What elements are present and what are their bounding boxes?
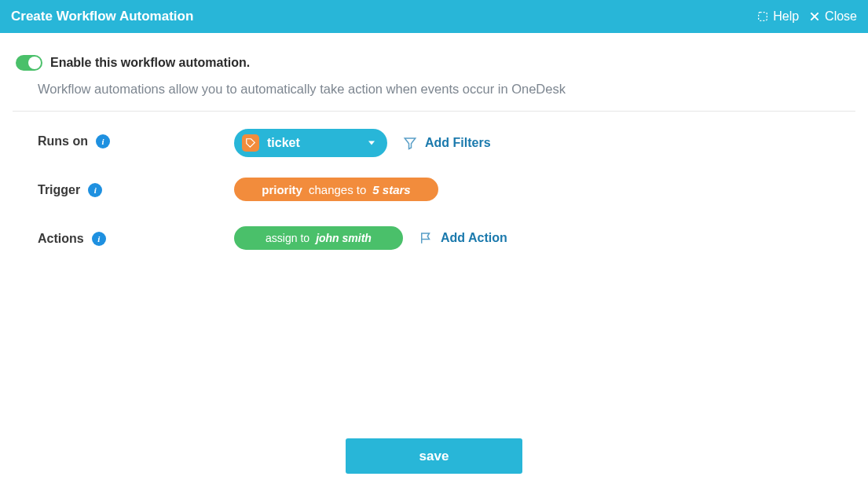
trigger-value: 5 stars xyxy=(372,183,410,196)
save-button[interactable]: save xyxy=(346,438,522,474)
trigger-label: Trigger xyxy=(38,183,80,197)
close-label: Close xyxy=(825,9,857,24)
info-icon[interactable]: i xyxy=(88,183,102,197)
runs-on-label: Runs on xyxy=(38,134,88,148)
action-value: john smith xyxy=(316,232,372,244)
actions-label: Actions xyxy=(38,232,84,246)
ticket-icon xyxy=(242,134,259,152)
enable-row: Enable this workflow automation. xyxy=(13,55,855,71)
actions-row: Actions i assign to john smith Add Actio… xyxy=(13,226,855,258)
enable-label: Enable this workflow automation. xyxy=(50,56,250,70)
add-action-label: Add Action xyxy=(441,231,507,245)
runs-on-label-group: Runs on i xyxy=(38,129,234,148)
help-button[interactable]: Help xyxy=(756,9,799,24)
help-icon xyxy=(756,10,769,23)
enable-toggle[interactable] xyxy=(16,55,42,71)
trigger-pill[interactable]: priority changes to 5 stars xyxy=(234,178,438,201)
chevron-down-icon xyxy=(367,137,376,150)
flag-icon xyxy=(419,231,433,245)
footer: save xyxy=(0,438,868,474)
trigger-field: priority xyxy=(262,183,302,196)
header-actions: Help Close xyxy=(756,9,857,24)
dialog-header: Create Workflow Automation Help Close xyxy=(0,0,868,33)
close-button[interactable]: Close xyxy=(808,9,857,24)
trigger-row: Trigger i priority changes to 5 stars xyxy=(13,178,855,209)
dialog-content: Enable this workflow automation. Workflo… xyxy=(0,33,868,258)
description-text: Workflow automations allow you to automa… xyxy=(13,82,855,111)
actions-label-group: Actions i xyxy=(38,226,234,246)
info-icon[interactable]: i xyxy=(92,232,106,246)
trigger-label-group: Trigger i xyxy=(38,178,234,197)
close-icon xyxy=(808,10,821,23)
runs-on-value: ticket xyxy=(267,136,300,150)
runs-on-controls: ticket Add Filters xyxy=(234,129,491,157)
help-label: Help xyxy=(773,9,799,24)
trigger-controls: priority changes to 5 stars xyxy=(234,178,438,201)
add-filters-label: Add Filters xyxy=(425,136,491,150)
dialog-title: Create Workflow Automation xyxy=(11,9,193,24)
trigger-verb: changes to xyxy=(309,183,366,196)
divider xyxy=(13,111,855,112)
runs-on-row: Runs on i ticket Add Filters xyxy=(13,129,855,160)
info-icon[interactable]: i xyxy=(96,134,110,148)
action-verb: assign to xyxy=(266,232,309,244)
filter-icon xyxy=(403,136,417,150)
add-filters-button[interactable]: Add Filters xyxy=(403,136,491,150)
action-pill[interactable]: assign to john smith xyxy=(234,226,403,250)
svg-rect-0 xyxy=(759,13,767,21)
add-action-button[interactable]: Add Action xyxy=(419,231,507,245)
actions-controls: assign to john smith Add Action xyxy=(234,226,507,250)
runs-on-dropdown[interactable]: ticket xyxy=(234,129,387,157)
